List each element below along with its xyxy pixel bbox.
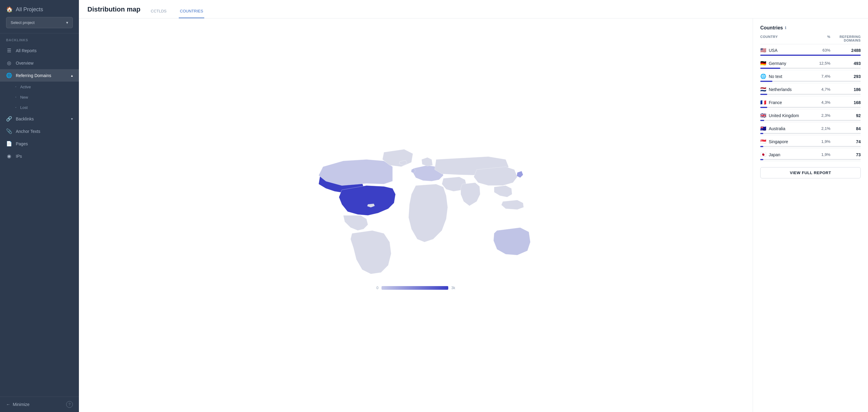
country-pct: 2,3% [806, 113, 830, 118]
col-country: COUNTRY [760, 35, 806, 42]
flag-icon: 🇺🇸 [760, 47, 766, 53]
all-reports-label: All Reports [16, 48, 36, 53]
all-projects-link[interactable]: 🏠 All Projects [6, 6, 73, 13]
progress-bar-bg [760, 94, 861, 95]
info-icon[interactable]: ℹ [785, 26, 786, 30]
country-refs: 92 [830, 113, 861, 118]
progress-bar-fill [760, 94, 767, 95]
country-name-text: Australia [769, 126, 785, 131]
progress-bar-fill [760, 81, 772, 82]
progress-bar-fill [760, 55, 861, 56]
progress-bar-bg [760, 146, 861, 147]
main-content: Distribution map CCTLDS COUNTRIES [79, 0, 868, 412]
main-header: Distribution map CCTLDS COUNTRIES [79, 0, 868, 19]
project-select[interactable]: Select project ▾ [6, 17, 73, 28]
mexico-path [343, 215, 368, 230]
sea-path [494, 186, 512, 197]
chevron-down-icon: ▾ [66, 20, 68, 25]
map-area: 0 3k Countries ℹ COUNTRY % REFERRINGDOMA… [79, 19, 868, 412]
japan-path [517, 171, 523, 178]
tab-cctlds[interactable]: CCTLDS [150, 6, 168, 18]
tab-countries[interactable]: COUNTRIES [179, 6, 205, 18]
flag-icon: 🇳🇱 [760, 87, 766, 92]
arrow-left-icon: ← [6, 402, 10, 407]
country-name: 🇯🇵 Japan [760, 152, 806, 157]
progress-bar-bg [760, 68, 861, 69]
minimize-button[interactable]: ← Minimize [6, 402, 29, 407]
australia-path [494, 227, 530, 255]
country-refs: 168 [830, 100, 861, 105]
sidebar-subitem-new[interactable]: New [0, 92, 79, 102]
anchor-icon: 📎 [6, 128, 12, 134]
progress-bar-fill [760, 120, 764, 121]
country-name: 🇦🇺 Australia [760, 126, 806, 131]
lost-label: Lost [20, 105, 28, 110]
sidebar-item-backlinks[interactable]: 🔗 Backlinks ▾ [0, 113, 79, 125]
panel-title: Countries ℹ [760, 25, 861, 31]
legend-bar [381, 286, 448, 290]
table-row: 🇸🇬 Singapore 1,9% 74 [760, 136, 861, 149]
table-row: 🇩🇪 Germany 12,5% 493 [760, 57, 861, 70]
new-label: New [20, 95, 28, 99]
sidebar-item-overview[interactable]: ◎ Overview [0, 57, 79, 69]
chevron-up-icon: ▴ [71, 73, 73, 78]
country-refs: 73 [830, 152, 861, 157]
list-icon: ☰ [6, 47, 12, 54]
china-path [474, 167, 517, 186]
sidebar-subitem-lost[interactable]: Lost [0, 102, 79, 113]
country-rows-container: 🇺🇸 USA 63% 2488 🇩🇪 Germany 12,5% 493 [760, 44, 861, 162]
view-full-report-button[interactable]: VIEW FULL REPORT [760, 167, 861, 179]
country-name: 🌐 No text [760, 73, 806, 79]
referring-domains-label: Referring Domains [16, 73, 51, 78]
progress-bar-bg [760, 55, 861, 56]
map-legend: 0 3k [376, 286, 455, 290]
country-pct: 7,4% [806, 74, 830, 78]
country-refs: 293 [830, 74, 861, 79]
countries-panel: Countries ℹ COUNTRY % REFERRINGDOMAINS 🇺… [753, 19, 868, 412]
table-row: 🇦🇺 Australia 2,1% 84 [760, 123, 861, 136]
country-name: 🇺🇸 USA [760, 47, 806, 53]
all-projects-label: All Projects [16, 6, 43, 13]
progress-bar-bg [760, 120, 861, 121]
progress-bar-fill [760, 107, 767, 108]
table-row: 🇯🇵 Japan 1,9% 73 [760, 149, 861, 162]
country-name: 🇳🇱 Netherlands [760, 87, 806, 92]
flag-icon: 🇦🇺 [760, 126, 766, 131]
flag-icon: 🇬🇧 [760, 113, 766, 118]
map-container: 0 3k [79, 19, 753, 412]
overview-icon: ◎ [6, 60, 12, 66]
country-refs: 84 [830, 126, 861, 131]
flag-icon: 🇯🇵 [760, 152, 766, 157]
usa-path [339, 186, 396, 215]
sidebar-item-referring-domains[interactable]: 🌐 Referring Domains ▴ [0, 69, 79, 82]
progress-bar-bg [760, 159, 861, 160]
country-name: 🇩🇪 Germany [760, 60, 806, 66]
sidebar-item-all-reports[interactable]: ☰ All Reports [0, 44, 79, 57]
progress-bar-bg [760, 107, 861, 108]
country-pct: 4,3% [806, 100, 830, 105]
country-refs: 2488 [830, 48, 861, 53]
backlinks-label: Backlinks [16, 117, 34, 121]
table-row: 🇳🇱 Netherlands 4,7% 186 [760, 84, 861, 96]
sidebar-item-anchor-texts[interactable]: 📎 Anchor Texts [0, 125, 79, 137]
scandinavia-path [422, 157, 432, 166]
country-name-text: Germany [769, 61, 786, 66]
table-row: 🇫🇷 France 4,3% 168 [760, 96, 861, 109]
sidebar-item-pages[interactable]: 📄 Pages [0, 137, 79, 150]
country-pct: 1,9% [806, 139, 830, 144]
sidebar-nav: BACKLINKS ☰ All Reports ◎ Overview 🌐 Ref… [0, 33, 79, 397]
sidebar: 🏠 All Projects Select project ▾ BACKLINK… [0, 0, 79, 412]
sidebar-item-ips[interactable]: ◉ IPs [0, 150, 79, 162]
link-icon: 🔗 [6, 116, 12, 122]
active-label: Active [20, 85, 31, 89]
help-icon[interactable]: ? [66, 401, 73, 408]
country-name-text: Japan [769, 152, 780, 157]
flag-icon: 🇫🇷 [760, 99, 766, 105]
country-name-text: No text [769, 74, 782, 79]
indonesia-path [501, 200, 524, 210]
country-pct: 1,9% [806, 152, 830, 157]
anchor-texts-label: Anchor Texts [16, 129, 40, 134]
sidebar-subitem-active[interactable]: Active [0, 82, 79, 92]
backlinks-section-label: BACKLINKS [0, 33, 79, 44]
table-row: 🌐 No text 7,4% 293 [760, 70, 861, 84]
